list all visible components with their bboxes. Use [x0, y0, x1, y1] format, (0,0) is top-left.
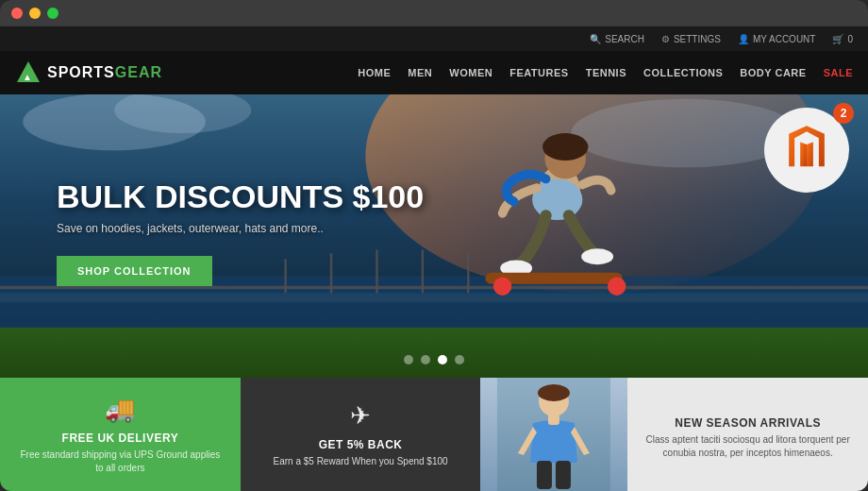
maximize-dot[interactable] — [47, 8, 58, 19]
nav-links: HOME MEN WOMEN FEATURES TENNIS COLLECTIO… — [358, 67, 853, 78]
nav-features[interactable]: FEATURES — [509, 67, 568, 78]
svg-point-24 — [493, 278, 511, 296]
logo-text: SPORTSGEAR — [47, 64, 162, 81]
search-label: SEARCH — [605, 34, 644, 44]
reward-title: GET 5% BACK — [319, 438, 403, 451]
person-panel — [480, 378, 627, 491]
feature-panels: 🚚 FREE UK DELIVERY Free standard shippin… — [0, 378, 868, 491]
delivery-icon: 🚚 — [105, 395, 135, 424]
svg-text:▲: ▲ — [23, 72, 32, 82]
nav-collections[interactable]: COLLECTIONS — [643, 67, 723, 78]
slider-dots — [404, 355, 464, 364]
search-utility[interactable]: 🔍 SEARCH — [590, 34, 644, 44]
svg-rect-8 — [0, 294, 868, 303]
nav-tennis[interactable]: TENNIS — [586, 67, 626, 78]
cart-utility[interactable]: 🛒 0 — [832, 34, 853, 44]
svg-point-19 — [542, 133, 588, 161]
nav-men[interactable]: MEN — [408, 67, 432, 78]
svg-rect-31 — [548, 414, 559, 425]
cart-badge-count: 2 — [833, 103, 854, 124]
svg-rect-30 — [556, 461, 571, 489]
magento-logo-icon — [778, 122, 835, 178]
shop-collection-button[interactable]: SHOP COLLECTION — [57, 256, 212, 286]
svg-rect-9 — [0, 328, 868, 378]
account-icon: 👤 — [738, 34, 749, 44]
search-icon: 🔍 — [590, 34, 601, 44]
utility-bar: 🔍 SEARCH ⚙ SETTINGS 👤 MY ACCOUNT 🛒 0 — [0, 26, 868, 51]
svg-point-22 — [581, 248, 613, 264]
nav-women[interactable]: WOMEN — [449, 67, 492, 78]
cart-count: 0 — [847, 34, 853, 44]
svg-rect-29 — [537, 461, 552, 489]
hero-subtitle: Save on hoodies, jackets, outerwear, hat… — [57, 222, 424, 235]
slide-dot-4[interactable] — [455, 355, 464, 364]
arrival-panel: NEW SEASON ARRIVALS Class aptent taciti … — [627, 378, 868, 491]
logo: ▲ SPORTSGEAR — [15, 59, 162, 86]
browser-content: 🔍 SEARCH ⚙ SETTINGS 👤 MY ACCOUNT 🛒 0 ▲ S… — [0, 26, 868, 491]
settings-icon: ⚙ — [661, 34, 670, 44]
arrival-text: Class aptent taciti sociosqu ad litora t… — [643, 433, 853, 460]
window-chrome — [0, 0, 868, 26]
nav-sale[interactable]: SALE — [824, 67, 853, 78]
delivery-panel: 🚚 FREE UK DELIVERY Free standard shippin… — [0, 378, 241, 491]
svg-point-28 — [538, 384, 570, 401]
close-dot[interactable] — [11, 8, 23, 19]
slide-dot-2[interactable] — [421, 355, 430, 364]
delivery-title: FREE UK DELIVERY — [62, 432, 179, 445]
hero-content: BULK DISCOUNTS $100 Save on hoodies, jac… — [57, 179, 424, 286]
arrival-title: NEW SEASON ARRIVALS — [675, 416, 821, 430]
account-utility[interactable]: 👤 MY ACCOUNT — [738, 34, 816, 44]
slide-dot-1[interactable] — [404, 355, 413, 364]
reward-panel: ✈ GET 5% BACK Earn a $5 Reward When you … — [241, 378, 481, 491]
nav-bodycare[interactable]: BODY CARE — [740, 67, 806, 78]
slide-dot-3[interactable] — [438, 355, 447, 364]
hero-title: BULK DISCOUNTS $100 — [57, 179, 424, 214]
cart-icon: 🛒 — [832, 34, 843, 44]
hero-banner: BULK DISCOUNTS $100 Save on hoodies, jac… — [0, 94, 868, 378]
reward-text: Earn a $5 Reward When you Spend $100 — [273, 455, 447, 468]
nav-home[interactable]: HOME — [358, 67, 391, 78]
person-figure — [480, 378, 627, 491]
magento-badge: 2 — [764, 108, 849, 193]
reward-icon: ✈ — [350, 401, 371, 431]
logo-icon: ▲ — [15, 59, 42, 86]
svg-point-25 — [608, 278, 626, 296]
account-label: MY ACCOUNT — [753, 34, 816, 44]
settings-label: SETTINGS — [674, 34, 721, 44]
settings-utility[interactable]: ⚙ SETTINGS — [661, 34, 721, 44]
delivery-text: Free standard shipping via UPS Ground ap… — [15, 449, 225, 475]
minimize-dot[interactable] — [29, 8, 41, 19]
main-nav: ▲ SPORTSGEAR HOME MEN WOMEN FEATURES TEN… — [0, 51, 868, 94]
